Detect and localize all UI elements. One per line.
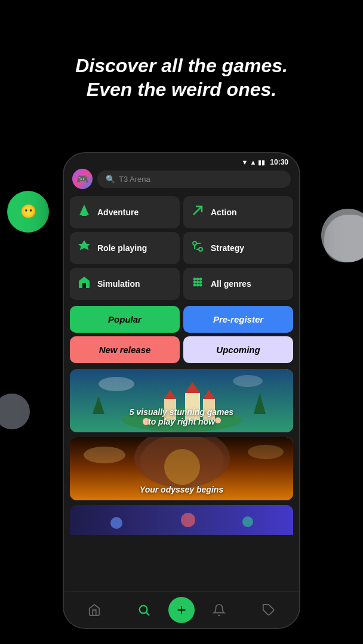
partial-banner-svg — [70, 505, 293, 535]
svg-point-15 — [196, 281, 199, 284]
tag-icon — [262, 603, 275, 617]
genre-grid: Adventure Action Role p — [70, 196, 293, 300]
genre-label-strategy: Strategy — [211, 243, 244, 253]
svg-point-11 — [193, 278, 196, 281]
search-row: 🎮 🔍 T3 Arena — [70, 169, 293, 189]
svg-rect-10 — [82, 283, 86, 288]
nav-bookmark[interactable] — [244, 603, 294, 617]
home-icon — [88, 603, 101, 617]
banner-card-partial[interactable] — [70, 505, 293, 535]
hero-section: Discover all the games. Even the weird o… — [0, 54, 363, 101]
status-bar: ▼ ▲ ▮▮ 10:30 — [64, 153, 299, 169]
status-icons: ▼ ▲ ▮▮ — [242, 159, 266, 166]
svg-point-17 — [199, 281, 202, 284]
svg-point-38 — [84, 447, 125, 463]
all-genres-icon — [189, 275, 206, 293]
genre-label-simulation: Simulation — [97, 279, 140, 289]
svg-point-39 — [248, 445, 284, 459]
genre-btn-strategy[interactable]: Strategy — [183, 232, 293, 264]
genre-label-all-genres: All genres — [211, 279, 251, 289]
svg-point-13 — [193, 284, 196, 287]
svg-point-21 — [99, 377, 134, 391]
search-placeholder: T3 Arena — [119, 175, 150, 184]
filter-btn-upcoming[interactable]: Upcoming — [183, 336, 293, 363]
svg-point-37 — [164, 449, 200, 485]
strategy-icon — [189, 239, 206, 257]
svg-marker-0 — [79, 205, 89, 215]
decorative-green-blob: 😶 — [7, 191, 49, 233]
action-icon — [189, 203, 206, 221]
role-playing-icon — [76, 239, 93, 257]
hero-title: Discover all the games. Even the weird o… — [24, 54, 339, 101]
svg-point-22 — [233, 375, 263, 387]
svg-point-4 — [199, 247, 202, 251]
svg-marker-9 — [79, 277, 90, 281]
signal-bars-icon: ▲ — [250, 159, 256, 166]
filter-row: Popular Pre-register New release Upcomin… — [70, 306, 293, 363]
svg-point-3 — [193, 242, 196, 245]
search-bar[interactable]: 🔍 T3 Arena — [97, 171, 291, 188]
phone-frame: ▼ ▲ ▮▮ 10:30 🎮 🔍 T3 Arena — [63, 152, 300, 629]
genre-btn-action[interactable]: Action — [183, 196, 293, 228]
decorative-white-blob-2 — [0, 394, 30, 429]
genre-btn-role-playing[interactable]: Role playing — [70, 232, 180, 264]
banner-card-1[interactable]: 5 visually stunning gamesto play right n… — [70, 369, 293, 432]
svg-point-19 — [196, 284, 199, 287]
bottom-nav: + — [64, 591, 299, 628]
filter-btn-pre-register[interactable]: Pre-register — [183, 306, 293, 333]
banner-text-2: Your odyssey begins — [78, 485, 285, 494]
search-nav-icon — [137, 603, 150, 617]
nav-home[interactable] — [70, 603, 119, 617]
svg-point-12 — [199, 278, 202, 281]
simulation-icon — [76, 275, 93, 293]
nav-search[interactable] — [119, 603, 169, 617]
svg-point-41 — [110, 517, 122, 529]
genre-btn-all-genres[interactable]: All genres — [183, 268, 293, 300]
genre-btn-adventure[interactable]: Adventure — [70, 196, 180, 228]
genre-btn-simulation[interactable]: Simulation — [70, 268, 180, 300]
svg-line-2 — [193, 206, 202, 215]
nav-notifications[interactable] — [195, 603, 244, 617]
svg-point-14 — [199, 284, 202, 287]
search-icon: 🔍 — [106, 175, 115, 184]
bell-icon — [213, 603, 226, 617]
plus-icon: + — [177, 602, 186, 617]
svg-line-45 — [146, 612, 149, 615]
genre-label-adventure: Adventure — [97, 208, 139, 217]
adventure-icon — [76, 203, 93, 221]
svg-point-18 — [196, 278, 199, 281]
nav-add-button[interactable]: + — [168, 597, 195, 623]
svg-point-42 — [181, 513, 195, 527]
app-content: 🎮 🔍 T3 Arena Adventure — [64, 169, 299, 535]
avatar[interactable]: 🎮 — [72, 169, 93, 189]
filter-btn-new-release[interactable]: New release — [70, 336, 180, 363]
battery-icon: ▮▮ — [258, 159, 265, 166]
banner-card-2[interactable]: Your odyssey begins — [70, 437, 293, 500]
genre-label-role-playing: Role playing — [97, 243, 147, 253]
filter-btn-popular[interactable]: Popular — [70, 306, 180, 333]
status-time: 10:30 — [270, 158, 288, 166]
wifi-icon: ▼ — [242, 159, 248, 166]
genre-label-action: Action — [211, 208, 237, 217]
svg-point-43 — [242, 516, 253, 527]
banner-text-1: 5 visually stunning gamesto play right n… — [78, 407, 285, 426]
svg-point-44 — [139, 605, 147, 613]
decorative-blob-right — [324, 215, 363, 262]
svg-point-16 — [193, 281, 196, 284]
